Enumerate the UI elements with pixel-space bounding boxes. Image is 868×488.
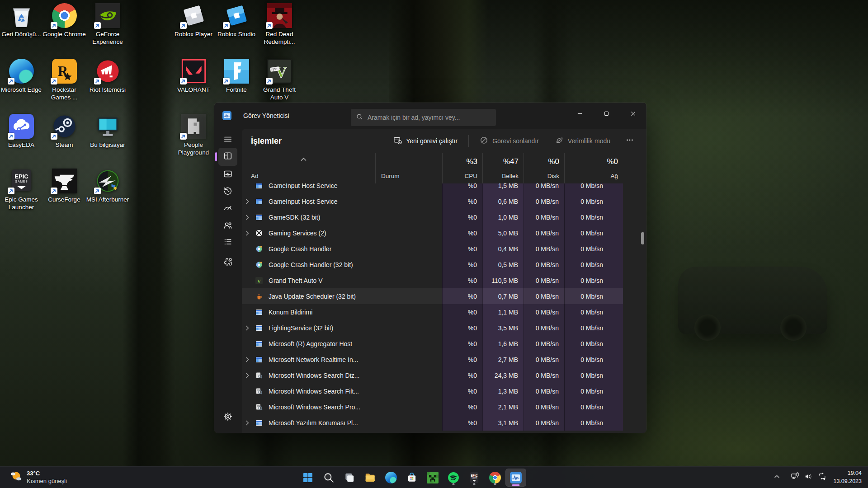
active-page-accent [215,152,217,161]
sidebar-item-startup-apps[interactable] [218,200,237,218]
process-row-java-update-scheduler-32-bit[interactable]: Java Update Scheduler (32 bit)%00,7 MB0 … [242,288,646,304]
column-header-status[interactable]: Durum [375,153,442,183]
expand-chevron-icon[interactable] [245,325,251,331]
process-row-microsoft-r-aggregator-host[interactable]: Microsoft (R) Aggregator Host%01,6 MB0 M… [242,336,646,352]
process-row-gameinput-host-service[interactable]: GameInput Host Service%00,6 MB0 MB/sn0 M… [242,193,646,209]
process-row-microsoft-windows-search-pro[interactable]: Microsoft Windows Search Pro...%02,1 MB0… [242,399,646,415]
taskbar-button-search[interactable] [318,469,339,487]
tray-hidden-icons[interactable] [770,469,783,487]
shortcut-arrow-icon [8,78,14,84]
taskbar-button-epic-games[interactable]: EPICGAMES [464,469,485,487]
taskbar-button-task-view[interactable] [339,469,360,487]
task-manager-search-box[interactable] [351,109,496,126]
shortcut-arrow-icon [8,133,14,140]
taskbar-button-microsoft-store[interactable] [401,469,422,487]
close-button[interactable] [623,106,643,122]
expand-chevron-icon[interactable] [245,420,251,426]
process-row-gameinput-host-service[interactable]: GameInput Host Service%01,5 MB0 MB/sn0 M… [242,183,646,193]
process-row-lightingservice-32-bit[interactable]: LightingService (32 bit)%03,5 MB0 MB/sn0… [242,320,646,336]
column-header-memory[interactable]: %47 Bellek [482,153,524,183]
steam-icon [52,114,77,139]
column-header-cpu[interactable]: %3 CPU [442,153,482,183]
desktop-icon-epic-games-launcher[interactable]: EPICGAMESEpic Games Launcher [0,169,43,211]
sidebar-item-app-history[interactable] [218,183,237,201]
desktop-icon-people-playground[interactable]: People Playground [172,114,215,157]
taskbar-button-edge[interactable] [381,469,401,487]
process-row-gamesdk-32-bit[interactable]: GameSDK (32 bit)%01,0 MB0 MB/sn0 Mb/sn [242,209,646,225]
desktop-icon-steam[interactable]: Steam [42,114,86,149]
desktop-icon-bu-bilgisayar[interactable]: Bu bilgisayar [86,114,129,149]
end-task-button[interactable]: Görevi sonlandır [475,133,543,149]
process-row-microsoft-yaz-l-m-korumas-pl[interactable]: Microsoft Yazılım Koruması Pl...%03,1 MB… [242,415,646,431]
process-row-microsoft-network-realtime-in[interactable]: Microsoft Network Realtime In...%02,7 MB… [242,352,646,367]
column-header-network[interactable]: %0 Ağ [564,153,623,183]
weather-widget[interactable]: 33°C Kısmen güneşli [5,467,71,488]
tray-clock[interactable]: 19:0413.09.2023 [833,469,862,485]
taskbar-button-task-manager[interactable] [505,469,526,487]
process-memory-value: 0,4 MB [482,241,524,257]
partly-sunny-icon [9,470,23,485]
desktop-icon-roblox-player[interactable]: Roblox Player [172,3,215,38]
sidebar-item-menu[interactable] [218,131,237,149]
column-header-disk[interactable]: %0 Disk [524,153,564,183]
shortcut-arrow-icon [223,78,230,84]
taskbar-button-chrome[interactable] [485,469,505,487]
desktop-icon-easyeda[interactable]: EasyEDA [0,114,43,149]
desktop-icon-red-dead-redempti[interactable]: Red Dead Redempti... [258,3,301,46]
process-row-gaming-services-2[interactable]: Gaming Services (2)%05,0 MB0 MB/sn0 Mb/s… [242,225,646,241]
desktop-icon-fortnite[interactable]: Fortnite [215,59,258,94]
process-row-konum-bildirimi[interactable]: Konum Bildirimi%01,1 MB0 MB/sn0 Mb/sn [242,304,646,320]
taskbar-button-file-explorer[interactable] [360,469,381,487]
process-row-google-crash-handler-32-bit[interactable]: Google Crash Handler (32 bit)%00,5 MB0 M… [242,257,646,272]
expand-chevron-icon[interactable] [245,230,251,236]
desktop-icon-grand-theft-auto-v[interactable]: VFIVEGrand Theft Auto V [258,59,301,102]
sidebar-item-processes[interactable] [218,148,237,166]
desktop-icon-label: CurseForge [42,196,86,203]
process-disk-value: 0 MB/sn [524,257,564,272]
desktop-icon-geforce-experience[interactable]: GeForce Experience [86,3,129,46]
column-header-name[interactable]: Ad [242,153,375,183]
tray-volume[interactable] [802,469,815,487]
desktop-icon-curseforge[interactable]: CurseForge [42,169,86,203]
desktop-icon-google-chrome[interactable]: Google Chrome [42,3,86,38]
tray-network[interactable] [788,469,802,487]
desktop-icon-valorant[interactable]: VALORANT [172,59,215,94]
sidebar-item-services[interactable] [218,253,237,272]
maximize-button[interactable] [596,106,617,122]
more-options-button[interactable] [623,133,637,149]
sidebar-item-performance[interactable] [218,166,237,184]
desktop-icon-rockstar-games[interactable]: RRockstar Games ... [42,59,86,102]
process-network-value: 0 Mb/sn [564,241,623,257]
taskbar-button-start[interactable] [297,469,318,487]
taskbar-button-spotify[interactable] [443,469,464,487]
sidebar-item-users[interactable] [218,217,237,235]
process-network-value: 0 Mb/sn [564,257,623,272]
run-new-task-button[interactable]: Yeni görevi çalıştır [389,133,462,149]
search-input[interactable] [368,114,491,121]
title-bar[interactable]: Görev Yöneticisi [214,103,646,129]
process-row-microsoft-windows-search-diz[interactable]: Microsoft Windows Search Diz...%024,3 MB… [242,367,646,383]
desktop-icon-microsoft-edge[interactable]: Microsoft Edge [0,59,43,94]
rdr2-icon [267,3,292,28]
process-row-google-crash-handler[interactable]: Google Crash Handler%00,4 MB0 MB/sn0 Mb/… [242,241,646,257]
expand-chevron-icon[interactable] [245,357,251,362]
sidebar-item-details[interactable] [218,234,237,252]
desktop-icon-msi-afterburner[interactable]: MSI Afterburner [86,169,129,203]
process-network-value: 0 Mb/sn [564,415,623,431]
process-cpu-value: %0 [442,383,482,399]
efficiency-mode-button[interactable]: Verimlilik modu [551,133,615,149]
process-row-microsoft-windows-search-filt[interactable]: Microsoft Windows Search Filt...%01,3 MB… [242,383,646,399]
taskbar-button-minecraft[interactable] [422,469,443,487]
expand-chevron-icon[interactable] [245,373,251,378]
minimize-button[interactable] [569,106,590,122]
expand-chevron-icon[interactable] [245,215,251,220]
desktop-icon-geri-d-n[interactable]: Geri Dönüşü... [0,3,43,38]
desktop-icon-roblox-studio[interactable]: Roblox Studio [215,3,258,38]
desktop-icon-riot-i-stemcisi[interactable]: Riot İstemcisi [86,59,129,94]
expand-chevron-icon[interactable] [245,199,251,204]
vertical-scrollbar-thumb[interactable] [641,232,644,244]
sidebar-item-settings[interactable] [218,408,237,427]
tray-sync[interactable] [815,469,829,487]
process-name: Google Crash Handler [269,245,331,253]
process-row-grand-theft-auto-v[interactable]: VGrand Theft Auto V%0110,5 MB0 MB/sn0 Mb… [242,272,646,288]
